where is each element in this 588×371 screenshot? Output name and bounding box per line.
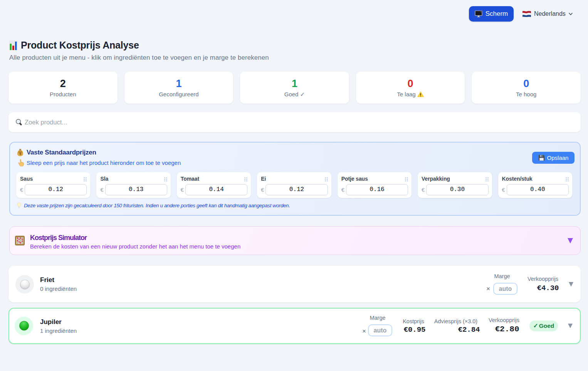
svg-text:$: $ <box>19 152 21 156</box>
